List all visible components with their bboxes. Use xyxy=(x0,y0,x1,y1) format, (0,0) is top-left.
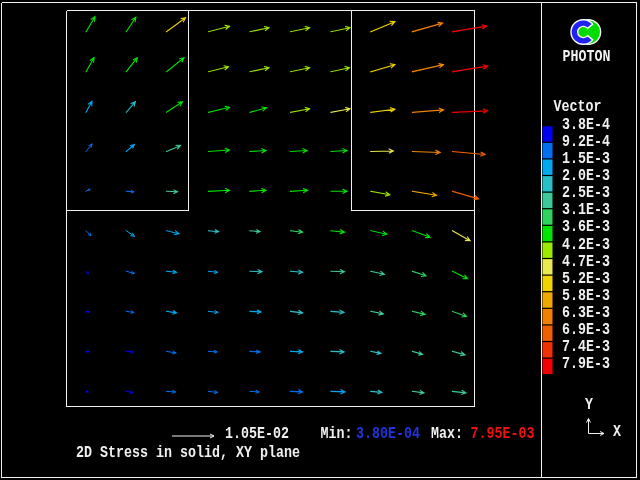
svg-text:4.2E-3: 4.2E-3 xyxy=(562,236,610,253)
svg-text:4.7E-3: 4.7E-3 xyxy=(562,253,610,270)
svg-text:3.1E-3: 3.1E-3 xyxy=(562,201,610,218)
svg-text:Vector: Vector xyxy=(553,98,601,115)
svg-text:Y: Y xyxy=(585,396,593,413)
svg-text:1.5E-3: 1.5E-3 xyxy=(562,150,610,167)
svg-text:2.0E-3: 2.0E-3 xyxy=(562,167,610,184)
svg-text:5.8E-3: 5.8E-3 xyxy=(562,287,610,304)
svg-text:5.2E-3: 5.2E-3 xyxy=(562,270,610,287)
svg-text:2.5E-3: 2.5E-3 xyxy=(562,184,610,201)
svg-text:9.2E-4: 9.2E-4 xyxy=(562,133,610,150)
svg-text:Min:: Min: xyxy=(321,425,353,442)
svg-text:3.8E-4: 3.8E-4 xyxy=(562,116,610,133)
svg-text:7.95E-03: 7.95E-03 xyxy=(471,425,535,442)
svg-text:3.80E-04: 3.80E-04 xyxy=(356,425,420,442)
svg-text:2D Stress in solid, XY plane: 2D Stress in solid, XY plane xyxy=(76,443,300,460)
svg-text:6.9E-3: 6.9E-3 xyxy=(562,321,610,338)
svg-text:6.3E-3: 6.3E-3 xyxy=(562,304,610,321)
svg-text:7.4E-3: 7.4E-3 xyxy=(562,338,610,355)
svg-text:PHOTON: PHOTON xyxy=(563,47,611,64)
svg-text:X: X xyxy=(613,423,621,440)
svg-text:Max:: Max: xyxy=(431,425,463,442)
svg-text:3.6E-3: 3.6E-3 xyxy=(562,218,610,235)
svg-text:7.9E-3: 7.9E-3 xyxy=(562,355,610,372)
svg-text:1.05E-02: 1.05E-02 xyxy=(225,425,289,442)
